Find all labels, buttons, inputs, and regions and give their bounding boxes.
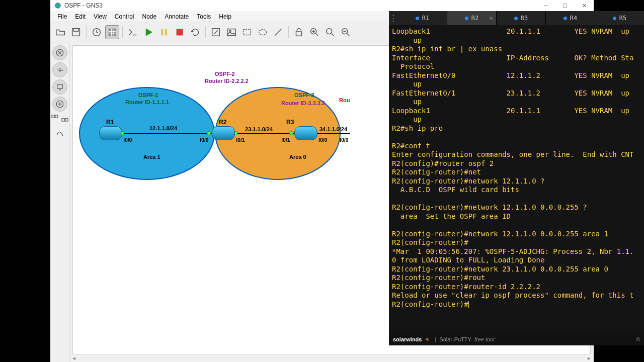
reload-icon[interactable] (188, 25, 202, 39)
area1-label: Area 1 (143, 154, 160, 160)
terminal-body[interactable]: Loopback1 20.1.1.1 YES NVRAM up up R2#sh… (389, 25, 644, 333)
stop-icon[interactable] (173, 25, 187, 39)
line-icon[interactable] (271, 25, 285, 39)
svg-rect-6 (165, 29, 167, 35)
side-toolbar (50, 42, 69, 362)
all-devices-icon[interactable] (50, 114, 59, 123)
history-icon[interactable] (90, 25, 104, 39)
tab-r4[interactable]: R4 (546, 11, 595, 25)
window-title: OSPF - GNS3 (64, 2, 103, 9)
svg-rect-21 (55, 115, 57, 118)
routerid3-label: Router ID-3.3.3.3 (281, 100, 325, 106)
all-devices2-icon[interactable] (60, 114, 69, 123)
svg-point-12 (259, 29, 267, 35)
pause-icon[interactable] (157, 25, 171, 39)
link23-label: 23.1.1.0/24 (245, 126, 273, 132)
titlebar: OSPF - GNS3 ─ ☐ ✕ (50, 0, 594, 11)
if-label: f0/1 (281, 137, 290, 143)
routerid1-label: Router ID-1.1.1.1 (125, 99, 169, 105)
zoom-reset-icon[interactable] (323, 25, 337, 39)
tab-r3[interactable]: R3 (497, 11, 546, 25)
svg-rect-18 (57, 85, 62, 89)
svg-point-0 (55, 3, 61, 9)
r3-label: R3 (286, 119, 294, 126)
svg-rect-4 (109, 28, 116, 36)
tab-r2[interactable]: R2× (447, 11, 497, 25)
menu-node[interactable]: Node (138, 13, 161, 20)
if-label: f0/0 (340, 137, 348, 143)
ospf3-label: OSPF-3 (294, 92, 314, 98)
ospf2-label: OSPF-2 (215, 71, 235, 77)
terminal-panel: ⋮ R1 R2× R3 R4 R5 Loopback1 20.1.1.1 YES… (389, 11, 644, 345)
router-r2[interactable] (212, 126, 235, 140)
tab-r5[interactable]: R5 (595, 11, 644, 25)
footer-app: Solar-PuTTY (439, 336, 471, 342)
routers-icon[interactable] (52, 45, 67, 60)
if-label: f0/0 (318, 137, 327, 143)
status-dot (207, 131, 211, 135)
r2-label: R2 (219, 119, 226, 126)
footer-brand: solarwinds (393, 336, 422, 342)
menu-annotate[interactable]: Annotate (160, 13, 193, 20)
menu-tools[interactable]: Tools (193, 13, 215, 20)
snap-grid-icon[interactable] (105, 25, 119, 39)
area0-label: Area 0 (289, 154, 306, 160)
tab-r1[interactable]: R1 (398, 11, 447, 25)
open-icon[interactable] (53, 25, 67, 39)
svg-rect-22 (62, 119, 64, 121)
minimize-button[interactable]: ─ (536, 0, 555, 11)
app-icon (54, 2, 61, 9)
end-devices-icon[interactable] (52, 79, 67, 95)
ellipse-icon[interactable] (256, 25, 270, 39)
status-dot (289, 131, 293, 135)
maximize-button[interactable]: ☐ (555, 0, 575, 11)
switches-icon[interactable] (52, 62, 67, 77)
link-tool-icon[interactable] (52, 127, 67, 142)
menu-edit[interactable]: Edit (71, 13, 90, 20)
r1-label: R1 (106, 119, 114, 126)
link34-label: 34.1.1.0/24 (319, 126, 347, 132)
menu-control[interactable]: Control (111, 13, 138, 20)
h-scrollbar[interactable]: ◄► (69, 354, 594, 362)
footer-copy: © (636, 336, 640, 342)
grip-icon[interactable]: ⋮ (389, 14, 398, 23)
zoom-in-icon[interactable] (307, 25, 321, 39)
ospf1-label: OSPF-1 (138, 92, 158, 98)
svg-rect-11 (244, 29, 251, 35)
svg-rect-9 (227, 29, 236, 35)
svg-rect-2 (73, 28, 78, 31)
terminal-tabs: ⋮ R1 R2× R3 R4 R5 (389, 11, 644, 25)
if-label: f0/0 (200, 137, 208, 143)
svg-rect-23 (65, 119, 67, 121)
rect-icon[interactable] (240, 25, 254, 39)
router-r3[interactable] (294, 126, 317, 140)
if-label: f0/1 (236, 137, 245, 143)
footer-tag: free tool (474, 336, 495, 342)
svg-rect-13 (296, 32, 302, 36)
close-tab-icon[interactable]: × (490, 15, 493, 22)
save-icon[interactable] (69, 25, 83, 39)
app-window: OSPF - GNS3 ─ ☐ ✕ File Edit View Control… (50, 0, 594, 362)
if-label: f0/0 (123, 137, 132, 143)
close-button[interactable]: ✕ (575, 0, 594, 11)
svg-rect-20 (52, 115, 54, 118)
link12-label: 12.1.1.0/24 (149, 125, 177, 131)
menu-view[interactable]: View (90, 13, 111, 20)
menu-help[interactable]: Help (215, 13, 235, 20)
security-icon[interactable] (52, 97, 67, 112)
svg-point-15 (327, 28, 332, 34)
terminal-footer: solarwinds ☀ | Solar-PuTTY free tool © (389, 333, 644, 345)
routerid-partial-label: Rou (339, 97, 350, 103)
router-r1[interactable] (99, 126, 122, 140)
zoom-out-icon[interactable] (339, 25, 353, 39)
image-icon[interactable] (224, 25, 238, 39)
routerid2-label: Router ID-2.2.2.2 (205, 78, 249, 84)
annotate-icon[interactable] (209, 25, 223, 39)
svg-rect-7 (177, 29, 183, 35)
menu-file[interactable]: File (53, 13, 71, 20)
start-icon[interactable] (141, 25, 155, 39)
lock-icon[interactable] (292, 25, 306, 39)
console-icon[interactable] (126, 25, 140, 39)
svg-rect-5 (162, 29, 164, 35)
